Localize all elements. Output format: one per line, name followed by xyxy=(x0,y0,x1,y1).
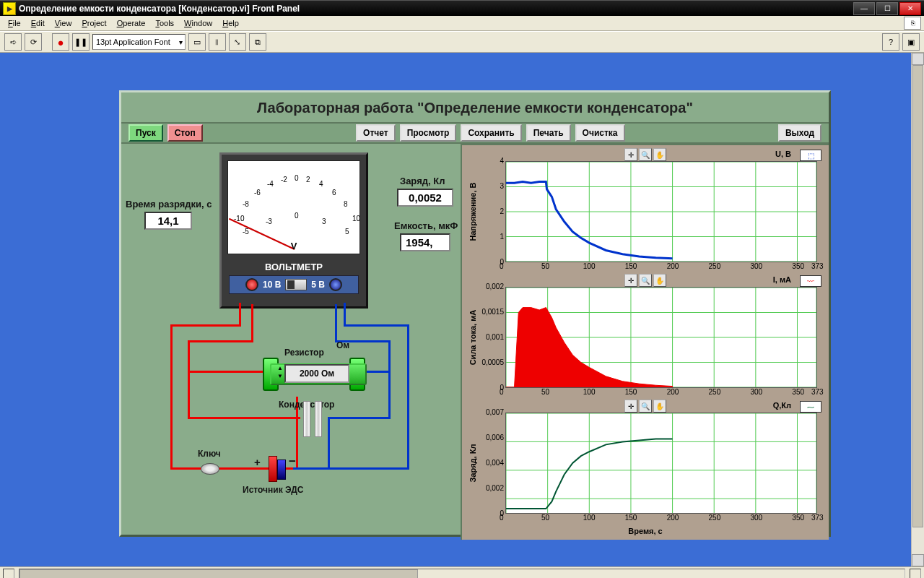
graph-tool-crosshair-icon[interactable]: ✛ xyxy=(624,274,637,287)
menu-help[interactable]: Help xyxy=(217,17,244,29)
circuit-pane: Время разрядки, с 14,1 Заряд, Кл 0,0052 … xyxy=(121,144,461,540)
graph-tool-zoom-icon[interactable]: 🔍 xyxy=(639,400,652,413)
close-button[interactable]: ✕ xyxy=(899,2,921,15)
v-unit: V xyxy=(228,241,359,251)
menu-tools[interactable]: Tools xyxy=(150,17,179,29)
graph-tool-zoom-icon[interactable]: 🔍 xyxy=(639,274,652,287)
help-button[interactable]: ? xyxy=(882,33,899,51)
run-button[interactable]: ➪ xyxy=(4,33,22,51)
abort-button[interactable]: ● xyxy=(52,33,69,51)
window-title: Определение емкости конденсатора [Конден… xyxy=(19,4,853,14)
titlebar: ▶ Определение емкости конденсатора [Конд… xyxy=(0,0,924,16)
menu-edit[interactable]: Edit xyxy=(26,17,50,29)
exit-button[interactable]: Выход xyxy=(778,124,821,142)
align-button[interactable]: ▭ xyxy=(188,33,206,51)
ohm-label: Ом xyxy=(336,340,349,350)
graph-charge: ✛ 🔍 ✋ Q,Кл ⁓ Заряд, Кл 0,0070,0060,0040,… xyxy=(466,400,824,522)
menu-operate[interactable]: Operate xyxy=(112,17,151,29)
graph-tool-hand-icon[interactable]: ✋ xyxy=(653,274,666,287)
stop-button[interactable]: Стоп xyxy=(167,124,203,142)
menu-window[interactable]: Window xyxy=(179,17,217,29)
switch-label: Ключ xyxy=(198,449,221,459)
terminal-plus-icon xyxy=(245,278,258,291)
graph-tool-zoom-icon[interactable]: 🔍 xyxy=(639,148,652,161)
x-axis-label: Время, с xyxy=(466,525,824,537)
start-button[interactable]: Пуск xyxy=(128,124,163,142)
graph-current: ✛ 🔍 ✋ I, мА 〰 Сила тока, мА 0,0020,00150… xyxy=(466,274,824,397)
menu-view[interactable]: View xyxy=(50,17,77,29)
labview-icon: ▶ xyxy=(3,2,16,15)
run-continuous-button[interactable]: ⟳ xyxy=(25,33,42,51)
scroll-right-icon[interactable] xyxy=(910,569,921,578)
save-button[interactable]: Сохранить xyxy=(461,124,521,142)
graph-tool-hand-icon[interactable]: ✋ xyxy=(653,148,666,161)
distribute-button[interactable]: ⫴ xyxy=(209,33,226,51)
graph-voltage: ✛ 🔍 ✋ U, В ⬚ Напряжение, В 43210 0501001… xyxy=(466,148,824,271)
voltmeter-name: ВОЛЬТМЕТР xyxy=(222,260,366,274)
source-icon xyxy=(269,456,286,482)
clear-button[interactable]: Очистка xyxy=(575,124,625,142)
report-button[interactable]: Отчет xyxy=(356,124,396,142)
range-switch[interactable] xyxy=(285,279,307,290)
preview-button[interactable]: Просмотр xyxy=(400,124,457,142)
capacity-label: Емкость, мкФ xyxy=(394,220,458,231)
button-row: Пуск Стоп Отчет Просмотр Сохранить Печат… xyxy=(121,122,829,144)
context-button[interactable]: ▣ xyxy=(902,33,920,51)
graphs-pane: ✛ 🔍 ✋ U, В ⬚ Напряжение, В 43210 0501001… xyxy=(461,144,829,540)
maximize-button[interactable]: ☐ xyxy=(876,2,898,15)
resize-button[interactable]: ⤡ xyxy=(229,33,246,51)
statusbar xyxy=(0,566,924,578)
reorder-button[interactable]: ⧉ xyxy=(249,33,266,51)
time-label: Время разрядки, с xyxy=(126,199,212,210)
source-label: Источник ЭДС xyxy=(243,485,303,495)
minimize-button[interactable]: — xyxy=(853,2,875,15)
time-value: 14,1 xyxy=(144,212,192,230)
resistor-value[interactable]: 2000 Ом xyxy=(284,364,349,383)
menubar: File Edit View Project Operate Tools Win… xyxy=(0,16,924,31)
resistor-label: Резистор xyxy=(284,348,324,358)
graph-tool-crosshair-icon[interactable]: ✛ xyxy=(624,148,637,161)
capacity-value: 1954, xyxy=(400,233,450,251)
vertical-scrollbar[interactable] xyxy=(911,53,924,566)
client-area: Лабораторная работа "Определение емкости… xyxy=(0,53,924,566)
graph-tool-hand-icon[interactable]: ✋ xyxy=(653,400,666,413)
font-select[interactable]: 13pt Application Font xyxy=(92,34,186,50)
h-scrollbar-thumb[interactable] xyxy=(19,569,418,578)
graph-tool-crosshair-icon[interactable]: ✛ xyxy=(624,400,637,413)
toolbar: ➪ ⟳ ● ❚❚ 13pt Application Font ▭ ⫴ ⤡ ⧉ ?… xyxy=(0,31,924,53)
voltmeter: -10 -8 -6 -4 -2 0 2 4 6 8 10 -5 xyxy=(219,152,368,309)
charge-label: Заряд, Кл xyxy=(400,176,445,186)
vi-icon[interactable]: ⎘ xyxy=(904,17,921,30)
charge-value: 0,0052 xyxy=(397,189,453,207)
capacitor-plate-icon xyxy=(303,401,310,437)
panel-title: Лабораторная работа "Определение емкости… xyxy=(121,92,829,122)
menu-file[interactable]: File xyxy=(3,17,26,29)
pause-button[interactable]: ❚❚ xyxy=(72,33,90,51)
menu-project[interactable]: Project xyxy=(77,17,111,29)
main-panel: Лабораторная работа "Определение емкости… xyxy=(119,90,831,537)
switch-toggle[interactable] xyxy=(201,463,219,475)
terminal-minus-icon xyxy=(329,278,342,291)
scroll-left-icon[interactable] xyxy=(3,569,14,578)
legend-current-icon[interactable]: 〰 xyxy=(800,275,821,287)
legend-charge-icon[interactable]: ⁓ xyxy=(800,401,821,413)
legend-voltage-icon[interactable]: ⬚ xyxy=(800,150,821,161)
print-button[interactable]: Печать xyxy=(526,124,571,142)
